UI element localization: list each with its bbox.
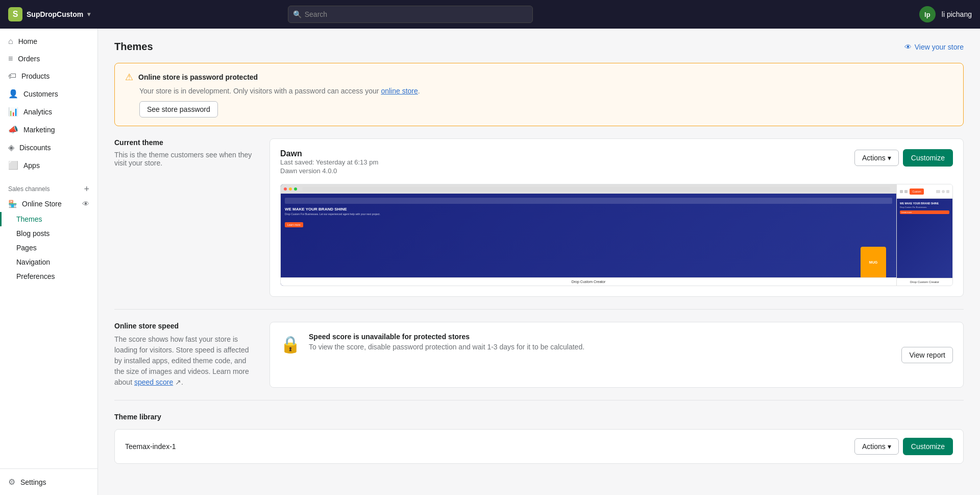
theme-card-header: Dawn Last saved: Yesterday at 6:13 pm Da… (280, 149, 953, 176)
analytics-icon: 📊 (8, 107, 18, 116)
current-theme-info: Current theme This is the theme customer… (114, 138, 257, 297)
sidebar-sub-item-themes[interactable]: Themes (0, 212, 97, 226)
discounts-icon: ◈ (8, 143, 14, 152)
library-theme-name: Teemax-index-1 (125, 442, 176, 451)
sidebar-item-marketing[interactable]: 📣 Marketing (0, 121, 97, 138)
preview-side-header: Custom (897, 184, 952, 199)
alert-header: ⚠ Online store is password protected (125, 72, 953, 83)
view-store-link[interactable]: 👁 View your store (904, 43, 964, 51)
sidebar-item-products[interactable]: 🏷 Products (0, 67, 97, 85)
customize-theme-button[interactable]: Customize (903, 149, 953, 167)
actions-chevron-icon: ▾ (888, 154, 891, 162)
preview-product: MUG (861, 247, 886, 277)
view-report-button[interactable]: View report (901, 347, 953, 363)
preview-dot-green (294, 187, 297, 191)
sidebar-item-apps[interactable]: ⬜ Apps (0, 156, 97, 174)
theme-actions: Actions ▾ Customize (854, 149, 953, 167)
search-input[interactable] (288, 6, 533, 23)
apps-icon: ⬜ (8, 160, 18, 170)
preview-side-cta: Learn more (900, 210, 949, 214)
current-theme-label: Current theme (114, 138, 257, 147)
sidebar-bottom: ⚙ Settings (0, 468, 97, 495)
sidebar-item-customers[interactable]: 👤 Customers (0, 85, 97, 103)
speed-score-link[interactable]: speed score (134, 378, 173, 386)
library-actions-button[interactable]: Actions ▾ (854, 438, 899, 455)
theme-preview: WE MAKE YOUR BRAND SHINE Drop Custom For… (280, 184, 953, 286)
brand-icon-letter: S (13, 10, 18, 19)
speed-text: Speed score is unavailable for protected… (309, 333, 893, 351)
sidebar-sub-item-pages[interactable]: Pages (0, 241, 97, 255)
sidebar-item-orders[interactable]: ≡ Orders (0, 50, 97, 67)
preview-side-logo: Custom (910, 188, 924, 195)
settings-icon: ⚙ (8, 477, 15, 487)
sidebar: ⌂ Home ≡ Orders 🏷 Products 👤 Customers 📊… (0, 29, 98, 495)
sidebar-item-discounts[interactable]: ◈ Discounts (0, 138, 97, 156)
preview-side-content: WE MAKE YOUR BRAND SHINE Drop Custom For… (897, 199, 952, 278)
theme-actions-button[interactable]: Actions ▾ (854, 150, 899, 166)
home-icon: ⌂ (8, 37, 13, 46)
speed-card: 🔒 Speed score is unavailable for protect… (270, 322, 964, 388)
brand-logo[interactable]: S SupDropCustom ▾ (8, 7, 90, 21)
topbar: S SupDropCustom ▾ 🔍 lp li pichang (0, 0, 980, 29)
see-store-password-button[interactable]: See store password (139, 101, 218, 117)
add-sales-channel-button[interactable]: + (84, 184, 89, 194)
theme-library-title: Theme library (114, 413, 964, 421)
preview-url-bar (302, 187, 890, 191)
speed-unavailable-title: Speed score is unavailable for protected… (309, 333, 893, 341)
preview-dot-yellow (289, 187, 292, 191)
library-customize-button[interactable]: Customize (903, 438, 953, 455)
marketing-icon: 📣 (8, 125, 18, 134)
theme-library-section: Theme library Teemax-index-1 Actions ▾ C… (114, 413, 964, 464)
online-store-link[interactable]: online store (381, 87, 418, 95)
sidebar-item-analytics[interactable]: 📊 Analytics (0, 103, 97, 121)
divider-2 (114, 400, 964, 400)
customers-icon: 👤 (8, 89, 18, 99)
sales-channels-section: Sales channels + (0, 178, 97, 196)
preview-headline: WE MAKE YOUR BRAND SHINE (285, 207, 892, 211)
topbar-right: lp li pichang (919, 6, 972, 22)
sidebar-sub-item-navigation[interactable]: Navigation (0, 255, 97, 269)
preview-dot-red (284, 187, 287, 191)
theme-name: Dawn (280, 149, 378, 158)
orders-icon: ≡ (8, 54, 13, 63)
search-bar: 🔍 (288, 6, 533, 23)
lock-icon: 🔒 (280, 335, 301, 354)
username-label: li pichang (942, 10, 972, 18)
current-theme-section: Current theme This is the theme customer… (114, 138, 964, 297)
current-theme-desc: This is the theme customers see when the… (114, 151, 257, 167)
divider-1 (114, 309, 964, 310)
speed-info: Online store speed The score shows how f… (114, 322, 257, 388)
products-icon: 🏷 (8, 72, 16, 81)
page-title: Themes (114, 41, 153, 53)
avatar[interactable]: lp (919, 6, 936, 22)
theme-card: Dawn Last saved: Yesterday at 6:13 pm Da… (270, 138, 964, 297)
sidebar-item-online-store[interactable]: 🏪 Online Store 👁 (0, 196, 97, 212)
sidebar-item-home[interactable]: ⌂ Home (0, 33, 97, 50)
speed-section: Online store speed The score shows how f… (114, 322, 964, 388)
library-card: Teemax-index-1 Actions ▾ Customize (114, 429, 964, 464)
theme-version: Dawn version 4.0.0 (280, 167, 378, 175)
library-theme-actions: Actions ▾ Customize (854, 438, 953, 455)
preview-side-panel: Custom WE MAKE YOUR BRAND SHINE Drop Cus… (896, 184, 952, 286)
sidebar-item-settings[interactable]: ⚙ Settings (0, 473, 97, 491)
library-actions-chevron-icon: ▾ (888, 442, 891, 451)
speed-unavailable-desc: To view the score, disable password prot… (309, 343, 893, 351)
search-icon: 🔍 (293, 10, 302, 18)
preview-nav-bar (285, 198, 892, 204)
alert-description: Your store is in development. Only visit… (139, 87, 953, 95)
preview-cta: Learn more (285, 222, 303, 227)
alert-title: Online store is password protected (138, 73, 258, 81)
brand-chevron-icon: ▾ (87, 11, 90, 18)
theme-details: Dawn Last saved: Yesterday at 6:13 pm Da… (280, 149, 378, 176)
preview-browser-bar (281, 184, 896, 194)
alert-icon: ⚠ (125, 72, 133, 83)
page-header: Themes 👁 View your store (114, 41, 964, 53)
content-area: Themes 👁 View your store ⚠ Online store … (98, 29, 980, 495)
sidebar-sub-item-blog-posts[interactable]: Blog posts (0, 226, 97, 241)
preview-side-sub: Drop Custom For Businesses. (900, 206, 949, 208)
online-store-icon: 🏪 (8, 200, 17, 208)
eye-icon[interactable]: 👁 (82, 200, 89, 208)
sidebar-sub-item-preferences[interactable]: Preferences (0, 269, 97, 284)
main-layout: ⌂ Home ≡ Orders 🏷 Products 👤 Customers 📊… (0, 29, 980, 495)
shopify-icon: S (8, 7, 22, 21)
